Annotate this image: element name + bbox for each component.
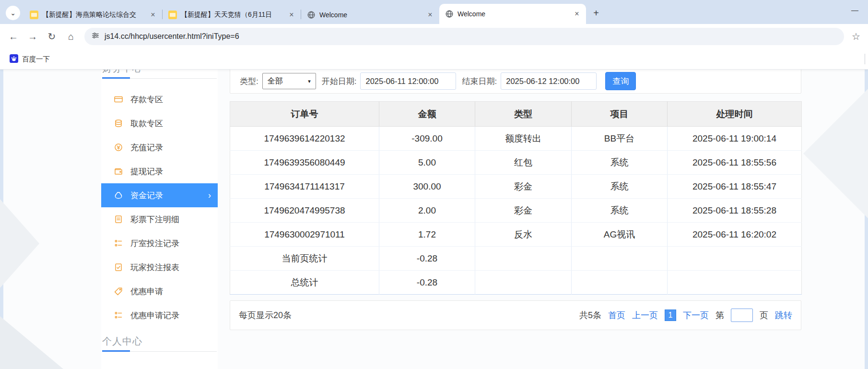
tab-strip: ⌄ 【新提醒】海燕策略论坛综合交 × 【新提醒】天天竞猜（6月11日 × Wel… (0, 0, 868, 24)
section-title: 个人中心 (102, 336, 142, 346)
sidebar-item-withdrawal-records[interactable]: 提现记录 (101, 159, 218, 183)
sidebar-item-promo-apply-records[interactable]: 优惠申请记录 (101, 303, 218, 327)
cell-time: 2025-06-11 16:20:02 (668, 223, 802, 247)
fund-records-table: 订单号 金额 类型 项目 处理时间 1749639614220132 -309.… (230, 101, 802, 295)
wallet-icon (114, 167, 123, 176)
cell-amount: -0.28 (379, 247, 475, 271)
tab-close-icon[interactable]: × (426, 11, 434, 19)
cell-summary-label: 当前页统计 (230, 247, 379, 271)
next-page-link[interactable]: 下一页 (683, 309, 709, 321)
background-triangle (803, 89, 868, 218)
window-minimize-button[interactable]: — (851, 6, 858, 14)
cell-time: 2025-06-11 18:55:56 (668, 151, 802, 175)
type-select[interactable]: 全部 ▾ (262, 73, 316, 89)
cell-amount: 2.00 (379, 199, 475, 223)
address-bar[interactable]: js14.cc/hhcp/usercenter.html?iniType=6 (84, 28, 844, 45)
page-jump-input[interactable] (731, 309, 753, 322)
sidebar-item-label: 取款专区 (130, 118, 163, 129)
tab-close-icon[interactable]: × (287, 11, 296, 19)
start-date-label: 开始日期: (322, 76, 357, 87)
query-button[interactable]: 查询 (605, 72, 636, 90)
cell-amount: -0.28 (379, 271, 475, 295)
cell-project: AG视讯 (572, 223, 668, 247)
new-tab-button[interactable]: + (589, 6, 603, 20)
tab-welcome-1[interactable]: Welcome × (301, 6, 439, 24)
globe-icon (445, 10, 454, 18)
sidebar-item-label: 充值记录 (130, 142, 163, 153)
header-amount: 金额 (379, 102, 475, 127)
page-jump-prefix: 第 (716, 309, 724, 321)
sidebar-item-lottery-bet-details[interactable]: 彩票下注明细 (101, 207, 218, 231)
sidebar-item-label: 玩家投注报表 (130, 262, 179, 273)
tab-haiyan-forum[interactable]: 【新提醒】海燕策略论坛综合交 × (24, 6, 162, 24)
list-icon (114, 238, 123, 248)
tab-search-chevron-icon: ⌄ (10, 9, 16, 17)
sidebar-item-label: 厅室投注记录 (130, 238, 179, 249)
coins-icon (114, 119, 123, 128)
home-icon[interactable]: ⌂ (65, 31, 77, 42)
cell-project: 系统 (572, 151, 668, 175)
current-page-number[interactable]: 1 (665, 309, 676, 321)
sidebar-item-label: 优惠申请 (130, 286, 163, 297)
sidebar-item-fund-records[interactable]: 资金记录 › (101, 183, 218, 207)
cell-project: 系统 (572, 199, 668, 223)
bookmark-baidu[interactable]: 百度一下 (6, 52, 54, 66)
list-icon (114, 310, 123, 320)
cell-type: 红包 (475, 151, 572, 175)
jump-button[interactable]: 跳转 (775, 309, 792, 321)
table-row-page-summary: 当前页统计 -0.28 (230, 247, 802, 271)
cell-order-no: 1749639614220132 (230, 127, 379, 151)
globe-icon (307, 11, 316, 19)
cell-amount: -309.00 (379, 127, 475, 151)
cell-summary-label: 总统计 (230, 271, 379, 295)
tab-tiantian-guess[interactable]: 【新提醒】天天竞猜（6月11日 × (163, 6, 301, 24)
bookmark-star-icon[interactable]: ☆ (852, 31, 860, 42)
cell-project: BB平台 (572, 127, 668, 151)
coin-icon (114, 143, 123, 152)
caret-down-icon: ▾ (308, 78, 311, 84)
cell-type: 彩金 (475, 175, 572, 199)
table-row: 1749620474995738 2.00 彩金 系统 2025-06-11 1… (230, 199, 802, 223)
end-date-label: 结束日期: (462, 76, 497, 87)
sidebar-item-withdraw-zone[interactable]: 取款专区 (101, 111, 218, 135)
end-date-input[interactable] (501, 72, 597, 90)
prev-page-link[interactable]: 上一页 (632, 309, 658, 321)
sidebar-item-label: 提现记录 (130, 166, 163, 177)
sidebar-item-label: 资金记录 (130, 190, 163, 201)
back-icon[interactable]: ← (8, 31, 19, 42)
sidebar-menu: 存款专区 取款专区 充值记录 提现记录 资金记录 › 彩票下注明细 (101, 87, 218, 327)
first-page-link[interactable]: 首页 (608, 309, 625, 321)
cell-amount: 1.72 (379, 223, 475, 247)
reload-icon[interactable]: ↻ (46, 31, 58, 42)
sidebar-item-recharge-records[interactable]: 充值记录 (101, 135, 218, 159)
sidebar-item-label: 优惠申请记录 (130, 310, 179, 321)
background-triangle (0, 199, 39, 288)
chevron-right-icon: › (208, 190, 211, 201)
cell-amount: 5.00 (379, 151, 475, 175)
tab-search-button[interactable]: ⌄ (6, 6, 20, 20)
type-select-value: 全部 (268, 76, 283, 86)
sidebar-item-deposit-zone[interactable]: 存款专区 (101, 87, 218, 111)
cell-time: 2025-06-11 18:55:28 (668, 199, 802, 223)
start-date-input[interactable] (360, 72, 456, 90)
tab-close-icon[interactable]: × (573, 10, 581, 18)
total-count-text: 共5条 (579, 309, 601, 321)
cell-time: 2025-06-11 18:55:47 (668, 175, 802, 199)
yellow-doc-icon (168, 11, 177, 19)
sidebar-item-promo-apply[interactable]: 优惠申请 (101, 279, 218, 303)
site-settings-icon[interactable] (91, 31, 100, 42)
forward-icon[interactable]: → (27, 31, 38, 42)
bookmarks-overflow-mark (865, 54, 865, 64)
sidebar: 财务中心 存款专区 取款专区 充值记录 提现记录 资金记录 (101, 70, 218, 369)
cell-project: 系统 (572, 175, 668, 199)
tab-welcome-2-active[interactable]: Welcome × (439, 4, 586, 24)
tab-close-icon[interactable]: × (149, 11, 157, 19)
sidebar-item-player-bet-report[interactable]: 玩家投注报表 (101, 255, 218, 279)
cell-order-no: 1749639356080449 (230, 151, 379, 175)
section-divider (102, 78, 217, 79)
sidebar-section-personal: 个人中心 (101, 335, 218, 352)
sidebar-item-hall-bet-records[interactable]: 厅室投注记录 (101, 231, 218, 255)
page-jump-suffix: 页 (760, 309, 768, 321)
main-content: 类型: 全部 ▾ 开始日期: 结束日期: 查询 订单号 金额 类型 项目 处 (230, 70, 801, 330)
table-row: 1749630002971011 1.72 反水 AG视讯 2025-06-11… (230, 223, 802, 247)
